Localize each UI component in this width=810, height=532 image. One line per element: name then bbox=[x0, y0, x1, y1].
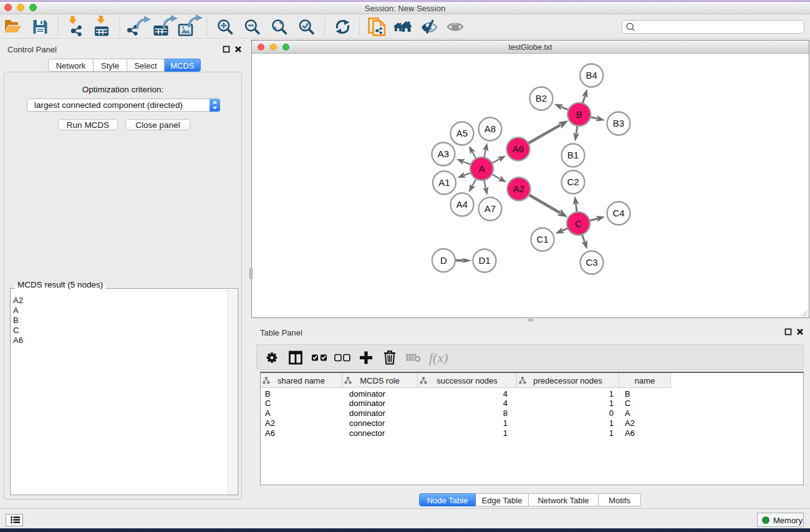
svg-text:B4: B4 bbox=[586, 70, 597, 80]
svg-text:A4: A4 bbox=[456, 199, 468, 210]
svg-text:A3: A3 bbox=[438, 148, 449, 159]
svg-text:C3: C3 bbox=[586, 257, 597, 268]
svg-text:A7: A7 bbox=[485, 203, 496, 214]
svg-text:A6: A6 bbox=[513, 143, 524, 154]
svg-text:A1: A1 bbox=[438, 177, 450, 188]
svg-text:f(x): f(x) bbox=[429, 350, 448, 365]
svg-text:B: B bbox=[576, 109, 582, 120]
svg-text:A8: A8 bbox=[485, 123, 496, 134]
svg-text:A5: A5 bbox=[456, 128, 468, 138]
svg-text:A: A bbox=[478, 163, 485, 174]
svg-text:B3: B3 bbox=[613, 118, 624, 128]
svg-text:C: C bbox=[575, 218, 582, 229]
svg-text:D1: D1 bbox=[478, 255, 490, 266]
svg-text:C1: C1 bbox=[536, 234, 548, 244]
svg-text:B2: B2 bbox=[536, 93, 547, 104]
svg-text:C4: C4 bbox=[612, 208, 624, 218]
svg-text:B1: B1 bbox=[567, 150, 579, 160]
svg-text:A2: A2 bbox=[513, 183, 524, 194]
svg-text:C2: C2 bbox=[567, 177, 579, 187]
svg-text:D: D bbox=[440, 255, 447, 266]
